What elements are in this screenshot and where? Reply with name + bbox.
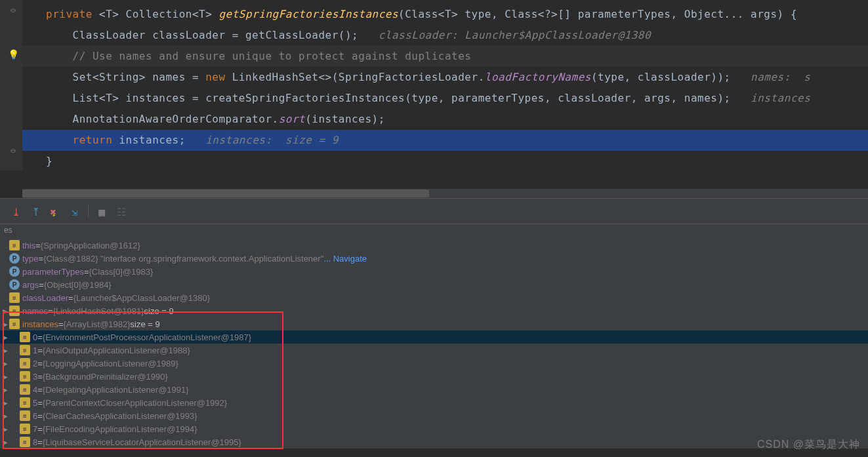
step-down-icon[interactable]: ⤓: [9, 205, 22, 218]
field-icon: ≡: [9, 240, 20, 250]
variable-row[interactable]: ▶≡5 = {ParentContextCloserApplicationLis…: [0, 396, 868, 409]
variable-row[interactable]: ▶≡0 = {EnvironmentPostProcessorApplicati…: [0, 330, 868, 344]
variable-row[interactable]: ▶≡8 = {LiquibaseServiceLocatorApplicatio…: [0, 435, 868, 448]
navigate-link[interactable]: ... Navigate: [323, 254, 367, 264]
variable-value: {FileEncodingApplicationListener@1994}: [43, 424, 197, 434]
filter-icon[interactable]: ⇲: [68, 205, 81, 218]
variable-name: instances: [22, 319, 58, 329]
expand-arrow-icon[interactable]: ▶: [1, 360, 9, 367]
element-icon: ≡: [20, 397, 30, 408]
expand-arrow-icon[interactable]: ▶: [1, 426, 9, 433]
code-editor[interactable]: ⊖ 💡 ⊖ private <T> Collection<T> getSprin…: [0, 0, 868, 198]
variable-value: {ClearCachesApplicationListener@1993}: [43, 411, 197, 421]
variable-name: 7: [33, 424, 37, 434]
variable-name: 6: [33, 411, 37, 421]
variables-tab[interactable]: es: [0, 224, 868, 239]
grid-icon[interactable]: ▦: [95, 205, 108, 218]
variable-name: 1: [33, 346, 37, 355]
debug-panel: ⤓ ⤒ ✖▸ ⇲ ▦ ☷ es ≡this = {SpringApplicati…: [0, 198, 868, 448]
code-line[interactable]: }: [22, 151, 868, 172]
code-line[interactable]: private <T> Collection<T> getSpringFacto…: [22, 4, 868, 25]
expand-arrow-icon[interactable]: ▶: [1, 308, 9, 315]
variable-value: {LinkedHashSet@1981}: [53, 306, 144, 316]
param-icon: P: [9, 279, 20, 290]
param-icon: P: [9, 266, 20, 277]
variable-row[interactable]: ▶≡names = {LinkedHashSet@1981} size = 9: [0, 304, 868, 317]
step-up-icon[interactable]: ⤒: [29, 205, 42, 218]
variable-name: 4: [33, 385, 37, 395]
variable-value: {Class[0]@1983}: [89, 267, 154, 277]
field-icon: ≡: [9, 319, 20, 329]
variable-name: classLoader: [22, 293, 68, 303]
variable-value: {Launcher$AppClassLoader@1380}: [73, 293, 210, 303]
variable-value: {Object[0]@1984}: [44, 280, 112, 290]
code-line-current[interactable]: return instances; instances: size = 9: [22, 130, 868, 151]
element-icon: ≡: [20, 345, 30, 355]
expand-arrow-icon[interactable]: ▶: [1, 439, 9, 446]
variable-value: {ArrayList@1982}: [64, 319, 131, 329]
debug-toolbar: ⤓ ⤒ ✖▸ ⇲ ▦ ☷: [0, 203, 868, 224]
field-icon: ≡: [9, 306, 20, 316]
variable-value: {EnvironmentPostProcessorApplicationList…: [43, 332, 251, 342]
variable-row[interactable]: ≡this = {SpringApplication@1612}: [0, 239, 868, 252]
element-icon: ≡: [20, 424, 30, 434]
fold-icon[interactable]: ⊖: [10, 7, 16, 14]
variable-value: {DelegatingApplicationListener@1991}: [43, 385, 189, 395]
variable-name: args: [22, 280, 39, 290]
fold-icon[interactable]: ⊖: [10, 147, 16, 154]
code-line[interactable]: // Use names and ensure unique to protec…: [22, 46, 868, 67]
watermark: CSDN @菜鸟是大神: [757, 438, 860, 452]
variable-name: type: [22, 254, 39, 264]
bulb-icon[interactable]: 💡: [8, 49, 19, 60]
list-icon[interactable]: ☷: [115, 205, 128, 218]
variable-value: {AnsiOutputApplicationListener@1988}: [43, 346, 190, 355]
scroll-thumb[interactable]: [22, 189, 429, 197]
variables-view[interactable]: es ≡this = {SpringApplication@1612}Ptype…: [0, 224, 868, 448]
variable-name: 3: [33, 372, 37, 382]
element-icon: ≡: [20, 437, 30, 447]
variable-row[interactable]: ▶≡3 = {BackgroundPreinitializer@1990}: [0, 370, 868, 383]
variable-row[interactable]: Pargs = {Object[0]@1984}: [0, 278, 868, 291]
variable-name: parameterTypes: [22, 267, 84, 277]
variable-name: 5: [33, 398, 37, 408]
horizontal-scrollbar[interactable]: [22, 189, 868, 198]
element-icon: ≡: [20, 358, 30, 368]
editor-gutter: ⊖ 💡 ⊖: [0, 0, 22, 170]
variable-name: 2: [33, 359, 37, 368]
variable-row[interactable]: ▶≡instances = {ArrayList@1982} size = 9: [0, 317, 868, 330]
expand-arrow-icon[interactable]: ▶: [1, 386, 9, 393]
variable-row[interactable]: ▶≡4 = {DelegatingApplicationListener@199…: [0, 383, 868, 396]
variable-value: {SpringApplication@1612}: [41, 241, 140, 250]
expand-arrow-icon[interactable]: ▶: [1, 334, 9, 341]
variable-name: this: [22, 241, 35, 250]
variable-row[interactable]: Ptype = {Class@1882} "interface org.spri…: [0, 252, 868, 265]
expand-arrow-icon[interactable]: ▶: [1, 373, 9, 380]
variable-row[interactable]: ▶≡6 = {ClearCachesApplicationListener@19…: [0, 409, 868, 422]
variable-name: 0: [33, 332, 37, 342]
element-icon: ≡: [20, 371, 30, 382]
variable-value: {BackgroundPreinitializer@1990}: [43, 372, 168, 382]
variable-value: {Class@1882} "interface org.springframew…: [43, 254, 323, 264]
expand-arrow-icon[interactable]: ▶: [1, 399, 9, 407]
variable-row[interactable]: ▶≡7 = {FileEncodingApplicationListener@1…: [0, 422, 868, 435]
code-line[interactable]: AnnotationAwareOrderComparator.sort(inst…: [22, 109, 868, 130]
element-icon: ≡: [20, 332, 30, 342]
variable-row[interactable]: ≡classLoader = {Launcher$AppClassLoader@…: [0, 291, 868, 304]
param-icon: P: [9, 253, 20, 264]
code-line[interactable]: ClassLoader classLoader = getClassLoader…: [22, 25, 868, 46]
variable-row[interactable]: ▶≡1 = {AnsiOutputApplicationListener@198…: [0, 344, 868, 357]
expand-arrow-icon[interactable]: ▶: [1, 347, 9, 354]
variable-row[interactable]: ▶≡2 = {LoggingApplicationListener@1989}: [0, 357, 868, 370]
field-icon: ≡: [9, 292, 20, 303]
variable-value: {ParentContextCloserApplicationListener@…: [43, 398, 227, 408]
code-line[interactable]: Set<String> names = new LinkedHashSet<>(…: [22, 67, 868, 88]
variable-value: {LiquibaseServiceLocatorApplicationListe…: [43, 437, 241, 447]
mute-icon[interactable]: ✖▸: [49, 205, 62, 218]
expand-arrow-icon[interactable]: ▶: [1, 412, 9, 420]
expand-arrow-icon[interactable]: ▶: [1, 321, 9, 328]
element-icon: ≡: [20, 384, 30, 395]
variable-row[interactable]: PparameterTypes = {Class[0]@1983}: [0, 265, 868, 278]
code-line[interactable]: List<T> instances = createSpringFactorie…: [22, 88, 868, 109]
variable-value: {LoggingApplicationListener@1989}: [43, 359, 178, 368]
separator: [88, 205, 89, 218]
